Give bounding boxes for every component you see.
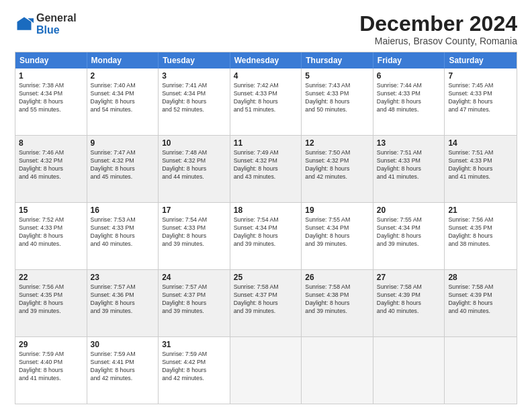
day-number: 23 (91, 273, 155, 282)
logo: General Blue (15, 12, 77, 36)
cell-info-line: Sunrise: 7:59 AM (162, 351, 226, 359)
cell-info-line: Sunset: 4:32 PM (234, 157, 298, 165)
cell-info-line: Sunset: 4:36 PM (91, 291, 155, 300)
cell-info-line: and 51 minutes. (234, 106, 298, 114)
calendar-row-1: 1Sunrise: 7:38 AMSunset: 4:34 PMDaylight… (15, 68, 517, 135)
cell-info-line: Daylight: 8 hours (377, 232, 441, 240)
cell-info-line: Sunrise: 7:58 AM (377, 283, 441, 291)
header-day-friday: Friday (373, 52, 445, 68)
cell-info-line: and 42 minutes. (305, 173, 369, 181)
day-number: 26 (305, 273, 369, 282)
cell-info-line: Sunrise: 7:58 AM (448, 283, 513, 291)
day-cell-21: 21Sunrise: 7:56 AMSunset: 4:35 PMDayligh… (445, 203, 517, 269)
day-number: 2 (91, 71, 155, 81)
day-number: 30 (91, 340, 155, 349)
day-number: 25 (234, 273, 298, 282)
cell-info-line: Sunrise: 7:56 AM (19, 283, 83, 291)
cell-info-line: and 44 minutes. (162, 173, 226, 181)
cell-info-line: Daylight: 8 hours (19, 165, 83, 173)
day-number: 16 (91, 205, 155, 215)
cell-info-line: Sunset: 4:34 PM (377, 224, 441, 232)
cell-info-line: and 48 minutes. (377, 106, 441, 114)
cell-info-line: Sunrise: 7:40 AM (91, 82, 155, 90)
cell-info-line: Sunset: 4:33 PM (448, 157, 513, 165)
header-day-thursday: Thursday (302, 52, 373, 68)
cell-info-line: Sunrise: 7:57 AM (162, 283, 226, 291)
day-number: 27 (377, 273, 441, 282)
cell-info-line: Sunrise: 7:43 AM (305, 82, 369, 90)
cell-info-line: Sunset: 4:35 PM (19, 291, 83, 300)
day-number: 3 (162, 71, 226, 81)
calendar-header: SundayMondayTuesdayWednesdayThursdayFrid… (15, 52, 517, 68)
cell-info-line: Daylight: 8 hours (234, 165, 298, 173)
cell-info-line: Sunrise: 7:52 AM (19, 216, 83, 224)
day-number: 28 (448, 273, 513, 282)
calendar: SundayMondayTuesdayWednesdayThursdayFrid… (15, 52, 517, 404)
cell-info-line: Sunset: 4:33 PM (448, 90, 513, 98)
cell-info-line: Sunrise: 7:38 AM (19, 82, 83, 90)
page: General Blue December 2024 Maierus, Bras… (0, 0, 532, 411)
cell-info-line: Sunset: 4:37 PM (162, 291, 226, 300)
cell-info-line: Daylight: 8 hours (234, 232, 298, 240)
cell-info-line: Sunset: 4:38 PM (305, 291, 369, 300)
cell-info-line: Sunrise: 7:55 AM (305, 216, 369, 224)
location-subtitle: Maierus, Brasov County, Romania (359, 36, 517, 46)
cell-info-line: and 39 minutes. (91, 308, 155, 316)
day-number: 8 (19, 138, 83, 148)
cell-info-line: Sunrise: 7:45 AM (448, 82, 513, 90)
cell-info-line: Sunset: 4:39 PM (448, 291, 513, 300)
calendar-body: 1Sunrise: 7:38 AMSunset: 4:34 PMDaylight… (15, 68, 517, 404)
day-cell-14: 14Sunrise: 7:51 AMSunset: 4:33 PMDayligh… (445, 136, 517, 202)
day-number: 15 (19, 205, 83, 215)
empty-cell (445, 337, 517, 404)
cell-info-line: Daylight: 8 hours (162, 165, 226, 173)
day-cell-30: 30Sunrise: 7:59 AMSunset: 4:41 PMDayligh… (87, 337, 159, 404)
day-cell-18: 18Sunrise: 7:54 AMSunset: 4:34 PMDayligh… (230, 203, 302, 269)
day-cell-23: 23Sunrise: 7:57 AMSunset: 4:36 PMDayligh… (87, 270, 159, 336)
day-number: 10 (162, 138, 226, 148)
day-cell-22: 22Sunrise: 7:56 AMSunset: 4:35 PMDayligh… (15, 270, 87, 336)
day-cell-4: 4Sunrise: 7:42 AMSunset: 4:33 PMDaylight… (230, 68, 302, 135)
day-number: 18 (234, 205, 298, 215)
cell-info-line: Sunrise: 7:54 AM (234, 216, 298, 224)
cell-info-line: Daylight: 8 hours (234, 98, 298, 106)
cell-info-line: and 41 minutes. (448, 173, 513, 181)
cell-info-line: Sunset: 4:34 PM (91, 90, 155, 98)
day-cell-16: 16Sunrise: 7:53 AMSunset: 4:33 PMDayligh… (87, 203, 159, 269)
cell-info-line: Sunrise: 7:58 AM (234, 283, 298, 291)
cell-info-line: Sunset: 4:32 PM (305, 157, 369, 165)
day-number: 9 (91, 138, 155, 148)
cell-info-line: and 52 minutes. (162, 106, 226, 114)
cell-info-line: Daylight: 8 hours (162, 232, 226, 240)
day-cell-5: 5Sunrise: 7:43 AMSunset: 4:33 PMDaylight… (302, 68, 373, 135)
cell-info-line: Sunrise: 7:42 AM (234, 82, 298, 90)
cell-info-line: Sunset: 4:32 PM (19, 157, 83, 165)
cell-info-line: Sunrise: 7:51 AM (448, 149, 513, 157)
cell-info-line: and 46 minutes. (19, 173, 83, 181)
cell-info-line: and 39 minutes. (234, 308, 298, 316)
cell-info-line: Sunset: 4:34 PM (162, 90, 226, 98)
cell-info-line: Sunset: 4:40 PM (19, 359, 83, 367)
cell-info-line: Sunset: 4:41 PM (91, 359, 155, 367)
cell-info-line: Daylight: 8 hours (19, 300, 83, 308)
cell-info-line: Sunset: 4:34 PM (305, 224, 369, 232)
cell-info-line: Sunset: 4:33 PM (91, 224, 155, 232)
cell-info-line: Daylight: 8 hours (448, 165, 513, 173)
cell-info-line: Sunrise: 7:59 AM (91, 351, 155, 359)
day-cell-25: 25Sunrise: 7:58 AMSunset: 4:37 PMDayligh… (230, 270, 302, 336)
day-cell-15: 15Sunrise: 7:52 AMSunset: 4:33 PMDayligh… (15, 203, 87, 269)
cell-info-line: Daylight: 8 hours (448, 300, 513, 308)
cell-info-line: and 39 minutes. (305, 240, 369, 248)
cell-info-line: Daylight: 8 hours (19, 367, 83, 375)
calendar-row-2: 8Sunrise: 7:46 AMSunset: 4:32 PMDaylight… (15, 135, 517, 202)
cell-info-line: Daylight: 8 hours (91, 367, 155, 375)
day-number: 24 (162, 273, 226, 282)
day-number: 14 (448, 138, 513, 148)
cell-info-line: Sunset: 4:39 PM (377, 291, 441, 300)
cell-info-line: Daylight: 8 hours (234, 300, 298, 308)
cell-info-line: and 40 minutes. (91, 240, 155, 248)
day-cell-12: 12Sunrise: 7:50 AMSunset: 4:32 PMDayligh… (302, 136, 373, 202)
cell-info-line: Daylight: 8 hours (91, 300, 155, 308)
cell-info-line: Sunrise: 7:51 AM (377, 149, 441, 157)
cell-info-line: Sunrise: 7:54 AM (162, 216, 226, 224)
